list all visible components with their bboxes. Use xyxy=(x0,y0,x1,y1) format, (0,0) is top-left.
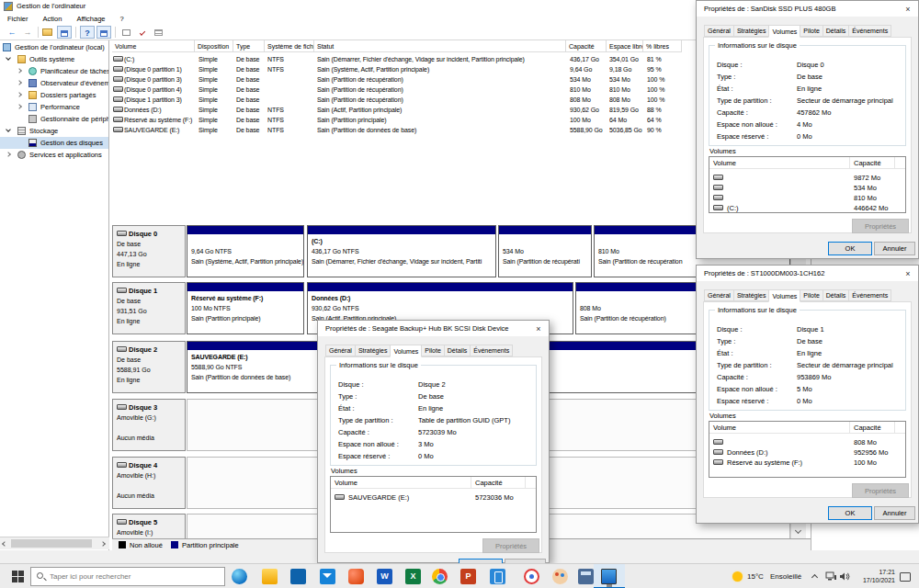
tab-strategies[interactable]: Stratégies xyxy=(733,25,770,37)
list-item[interactable]: 810 Mo xyxy=(709,193,905,203)
sidebar-item-performance[interactable]: Performance xyxy=(0,101,109,113)
column-header-pct-libres[interactable]: % libres xyxy=(643,40,682,52)
close-icon[interactable]: × xyxy=(902,268,913,279)
chevron-down-icon[interactable] xyxy=(6,55,11,61)
tab-volumes[interactable]: Volumes xyxy=(768,25,800,38)
properties-button[interactable]: Propriétés xyxy=(852,483,909,498)
volumes-list[interactable]: VolumeCapacité 9872 Mo 534 Mo 810 Mo (C:… xyxy=(709,156,906,213)
volume-row-d1p3[interactable]: (Disque 1 partition 3)SimpleDe baseSain … xyxy=(112,95,684,105)
disk4-header[interactable]: Disque 4 Amovible (H:) Aucun média xyxy=(112,457,186,509)
chrome-icon[interactable] xyxy=(432,569,448,584)
sidebar-item-stockage[interactable]: Stockage xyxy=(0,125,109,137)
menu-fichier[interactable]: Fichier xyxy=(0,13,36,25)
volume-row-sauvegarde[interactable]: SAUVEGARDE (E:)SimpleDe baseNTFSSain (Pa… xyxy=(112,125,684,135)
tab-details[interactable]: Détails xyxy=(823,289,849,301)
ok-button[interactable]: OK xyxy=(828,242,872,255)
snipping-icon[interactable] xyxy=(524,569,539,584)
sidebar-item-gestion-des-disques[interactable]: Gestion des disques xyxy=(0,137,109,149)
volumes-list[interactable]: VolumeCapacité SAUVEGARDE (E:)5723036 Mo xyxy=(330,476,537,533)
excel-icon[interactable]: X xyxy=(405,569,421,584)
properties-button[interactable]: Propriétés xyxy=(852,219,909,233)
column-header-espace-libre[interactable]: Espace libre xyxy=(607,40,643,52)
volume-row-donnees[interactable]: Données (D:)SimpleDe baseNTFSSain (Actif… xyxy=(112,105,684,115)
disk3-header[interactable]: Disque 3 Amovible (G:) Aucun média xyxy=(112,399,186,451)
active-app-highlight[interactable] xyxy=(594,564,625,588)
volume-row-d0p3[interactable]: (Disque 0 partition 3)SimpleDe baseSain … xyxy=(112,74,684,85)
chevron-down-icon[interactable] xyxy=(6,127,11,132)
tab-evenements[interactable]: Événements xyxy=(470,345,513,356)
forward-button[interactable] xyxy=(20,26,35,39)
chevron-right-icon[interactable] xyxy=(6,152,11,157)
show-window-button[interactable] xyxy=(96,26,111,39)
tab-evenements[interactable]: Événements xyxy=(848,25,891,37)
list-item[interactable]: 808 Mo xyxy=(709,437,905,447)
column-header-type[interactable]: Type xyxy=(233,40,265,52)
scroll-left-icon[interactable] xyxy=(2,541,7,547)
powerpoint-icon[interactable]: P xyxy=(460,569,476,584)
weather-sun-icon[interactable] xyxy=(732,571,743,582)
volume-row-d0p4[interactable]: (Disque 0 partition 4)SimpleDe baseSain … xyxy=(112,85,684,95)
sidebar-item-dossiers-partages[interactable]: Dossiers partagés xyxy=(0,89,109,101)
volume-row-c[interactable]: (C:)SimpleDe baseNTFSSain (Démarrer, Fic… xyxy=(112,54,684,64)
sidebar-item-gestionnaire-peripheriques[interactable]: Gestionnaire de périphériques xyxy=(0,113,109,125)
sidebar-item-planificateur[interactable]: Planificateur de tâches xyxy=(0,65,109,77)
chevron-right-icon[interactable] xyxy=(17,80,22,85)
tab-pilote[interactable]: Pilote xyxy=(800,25,823,37)
column-header-disposition[interactable]: Disposition xyxy=(195,40,233,52)
chevron-right-icon[interactable] xyxy=(17,92,22,97)
volumes-list[interactable]: VolumeCapacité 808 Mo Données (D:)952956… xyxy=(709,421,906,478)
tab-volumes[interactable]: Volumes xyxy=(768,289,800,302)
sidebar-item-outils-systeme[interactable]: Outils système xyxy=(0,53,109,65)
list-item[interactable]: Réservé au système (F:)100 Mo xyxy=(709,458,905,468)
tree-horizontal-scrollbar[interactable] xyxy=(0,537,109,549)
properties-button[interactable]: Propriétés xyxy=(482,538,539,553)
tab-general[interactable]: Général xyxy=(704,25,734,37)
partition-d0-recovery1[interactable]: 534 Mo Sain (Partition de récupérati xyxy=(498,225,592,277)
tab-pilote[interactable]: Pilote xyxy=(800,289,823,301)
tray-chevron-up-icon[interactable] xyxy=(811,574,818,581)
column-header-volume[interactable]: Volume xyxy=(112,40,195,52)
phone-icon[interactable] xyxy=(490,569,505,584)
tab-general[interactable]: Général xyxy=(325,345,356,356)
close-icon[interactable]: × xyxy=(533,323,544,334)
disk1-header[interactable]: Disque 1 De base 931,51 Go En ligne xyxy=(112,282,186,334)
list-item[interactable]: 534 Mo xyxy=(709,183,905,193)
weather-desc[interactable]: Ensoleillé xyxy=(770,564,801,588)
volume-row-reserve[interactable]: Réservé au système (F:)SimpleDe baseNTFS… xyxy=(112,115,684,125)
up-level-icon[interactable] xyxy=(42,28,52,36)
tab-details[interactable]: Détails xyxy=(444,345,471,356)
partition-d1-reserve[interactable]: Réservé au système (F:) 100 Mo NTFS Sain… xyxy=(187,282,304,334)
column-header-capacite[interactable]: Capacité xyxy=(566,40,607,52)
volume-row-d0p1[interactable]: (Disque 0 partition 1)SimpleDe baseNTFSS… xyxy=(112,64,684,74)
menu-action[interactable]: Action xyxy=(36,13,70,25)
paint-icon[interactable] xyxy=(552,569,568,584)
ok-button[interactable]: OK xyxy=(828,506,872,520)
scroll-down-icon[interactable] xyxy=(795,527,801,534)
sidebar-item-observateur[interactable]: Observateur d'événements xyxy=(0,77,109,89)
tab-evenements[interactable]: Événements xyxy=(848,289,891,301)
network-icon[interactable] xyxy=(825,571,837,583)
check-button[interactable] xyxy=(135,26,150,39)
volume-speaker-icon[interactable] xyxy=(839,571,851,583)
disk0-header[interactable]: Disque 0 De base 447,13 Go En ligne xyxy=(112,225,186,277)
tree-root[interactable]: Gestion de l'ordinateur (local) xyxy=(0,41,109,53)
store-icon[interactable] xyxy=(290,569,306,584)
calculator-icon[interactable] xyxy=(578,569,594,584)
chevron-right-icon[interactable] xyxy=(17,104,22,109)
tab-details[interactable]: Détails xyxy=(823,25,849,37)
list-item[interactable]: 9872 Mo xyxy=(709,173,905,183)
close-icon[interactable]: × xyxy=(902,4,913,15)
properties-list-button[interactable] xyxy=(151,26,165,39)
help-button[interactable] xyxy=(80,26,95,39)
scroll-right-icon[interactable] xyxy=(100,541,106,547)
mail-icon[interactable] xyxy=(320,569,335,584)
menu-help[interactable]: ? xyxy=(113,13,131,25)
start-button[interactable] xyxy=(7,564,29,588)
action-pane-button[interactable] xyxy=(119,26,133,39)
list-item[interactable]: Données (D:)952956 Mo xyxy=(709,447,905,458)
taskbar-search[interactable] xyxy=(30,567,225,586)
menu-affichage[interactable]: Affichage xyxy=(69,13,112,25)
computer-management-icon[interactable] xyxy=(601,569,617,584)
office-icon[interactable] xyxy=(348,569,364,584)
tab-general[interactable]: Général xyxy=(704,289,734,301)
